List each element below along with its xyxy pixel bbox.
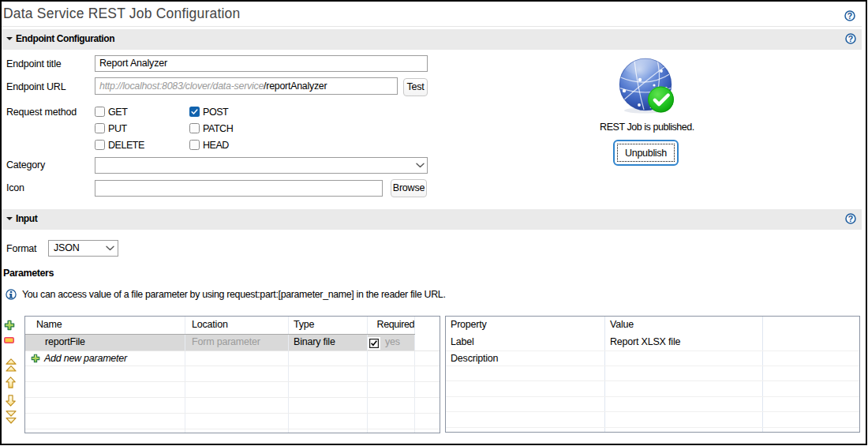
svg-text:?: ?: [848, 34, 853, 43]
svg-text:?: ?: [847, 11, 852, 21]
svg-text:?: ?: [848, 214, 853, 223]
